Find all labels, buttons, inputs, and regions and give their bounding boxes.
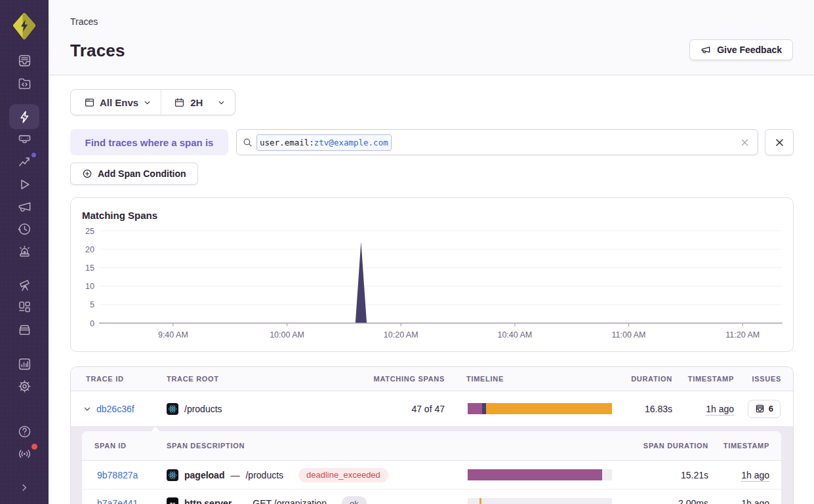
trace-issues-count: 6 <box>769 404 773 414</box>
search-token[interactable]: user.email:ztv@example.com <box>256 134 392 151</box>
collapse-trace-chevron[interactable] <box>83 404 92 414</box>
new-feature-dot <box>30 151 37 159</box>
sentry-logo[interactable] <box>12 12 37 37</box>
matching-spans-cell: 47 of 47 <box>370 404 445 414</box>
span-id-cell: b7a7e441 <box>82 498 167 504</box>
react-icon <box>168 471 177 480</box>
trace-id-link[interactable]: db26c36f <box>96 404 134 414</box>
timeline-segment <box>468 403 482 414</box>
span-search-input[interactable]: user.email:ztv@example.com <box>236 129 758 155</box>
add-span-condition-label: Add Span Condition <box>98 168 186 179</box>
time-range-filter[interactable]: 2H <box>161 90 235 115</box>
span-description-cell: ax http.server — GET /organization ok <box>167 496 468 504</box>
sidebar-item-stats[interactable] <box>9 353 39 375</box>
span-row: 9b78827a <box>82 461 781 489</box>
whats-new-alert-dot <box>30 442 39 451</box>
sidebar-item-alerts[interactable] <box>9 241 39 263</box>
chevron-right-icon <box>18 482 30 494</box>
span-desc: /products <box>245 470 283 480</box>
timeline-segment <box>468 469 602 480</box>
span-status-badge: deadline_exceeded <box>298 468 388 482</box>
svg-text:10:00 AM: 10:00 AM <box>270 330 304 339</box>
chevron-down-icon <box>83 404 92 414</box>
col-span-description: SPAN DESCRIPTION <box>167 442 468 450</box>
axum-platform-icon: ax <box>167 497 178 504</box>
give-feedback-label: Give Feedback <box>717 45 782 55</box>
span-desc: GET /organization <box>253 498 327 504</box>
sidebar-collapse-button[interactable] <box>13 476 35 499</box>
dashboards-icon <box>17 300 32 315</box>
sidebar-item-issues[interactable] <box>9 49 39 71</box>
col-duration: DURATION <box>625 375 672 383</box>
sidebar-item-insights[interactable] <box>9 128 39 150</box>
trace-timestamp-cell: 1h ago <box>672 404 734 414</box>
time-range-label: 2H <box>190 97 203 108</box>
issues-icon <box>17 53 32 68</box>
trace-table-header: TRACE ID TRACE ROOT MATCHING SPANS TIMEL… <box>71 367 793 391</box>
sidebar-item-help[interactable] <box>9 420 39 442</box>
span-id-link[interactable]: b7a7e441 <box>97 498 138 504</box>
add-span-condition-button[interactable]: Add Span Condition <box>70 163 198 185</box>
gear-icon <box>17 379 32 394</box>
telescope-icon <box>17 278 32 293</box>
axum-platform-label: ax <box>169 501 175 504</box>
chart-title: Matching Spans <box>82 210 157 221</box>
trace-id-cell: db26c36f <box>71 404 167 414</box>
window-icon <box>84 97 95 108</box>
issues-icon <box>755 404 765 414</box>
col-matching-spans: MATCHING SPANS <box>370 375 445 383</box>
trace-duration-cell: 16.83s <box>625 404 672 414</box>
sidebar-item-replays[interactable] <box>9 173 39 195</box>
sidebar-item-dashboards[interactable] <box>9 296 39 318</box>
trace-issues-button[interactable]: 6 <box>748 400 781 418</box>
sidebar-item-crons[interactable] <box>9 218 39 240</box>
clear-search-icon[interactable] <box>740 138 750 147</box>
span-id-cell: 9b78827a <box>82 470 167 480</box>
projector-icon <box>17 132 32 147</box>
sidebar-item-releases[interactable] <box>9 319 39 341</box>
span-duration-cell: 15.21s <box>625 470 708 480</box>
trace-issues-cell: 6 <box>734 400 793 418</box>
give-feedback-button[interactable]: Give Feedback <box>689 39 793 60</box>
environment-filter[interactable]: All Envs <box>71 90 161 115</box>
span-timestamp-cell: 1h ago <box>708 470 769 480</box>
sidebar-item-feedback[interactable] <box>9 195 39 218</box>
svg-text:11:20 AM: 11:20 AM <box>725 330 760 339</box>
search-icon <box>242 137 253 148</box>
span-table-header: SPAN ID SPAN DESCRIPTION SPAN DURATION T… <box>82 431 781 461</box>
span-timeline-cell <box>468 498 625 504</box>
span-status-badge: ok <box>342 496 367 504</box>
svg-text:10: 10 <box>85 282 94 291</box>
svg-text:10:20 AM: 10:20 AM <box>384 330 418 339</box>
sidebar-item-settings[interactable] <box>9 375 39 397</box>
content: All Envs 2H <box>49 75 814 504</box>
app: Traces Traces Give Feedback <box>0 0 814 504</box>
breadcrumb[interactable]: Traces <box>70 16 98 27</box>
panel-notch <box>151 427 160 432</box>
sidebar-item-whats-new[interactable] <box>9 442 39 465</box>
col-issues: ISSUES <box>734 375 793 383</box>
chevron-down-icon <box>143 98 152 107</box>
calendar-icon <box>174 97 185 108</box>
matching-spans-panel: Matching Spans 05101520259:40 AM10:00 AM… <box>70 197 794 352</box>
col-timeline: TIMELINE <box>445 375 625 383</box>
sidebar-item-traces[interactable] <box>9 104 39 129</box>
timeline-segment <box>479 498 481 504</box>
svg-text:0: 0 <box>90 319 94 328</box>
span-age: 1h ago <box>741 470 769 482</box>
span-timeline-bar <box>468 469 612 480</box>
svg-text:25: 25 <box>85 227 94 236</box>
sidebar-item-explore[interactable] <box>9 72 39 94</box>
dash: — <box>237 498 247 504</box>
sidebar-item-discover[interactable] <box>9 274 39 296</box>
search-token-key: user.email: <box>260 138 314 147</box>
close-search-button[interactable] <box>765 129 794 155</box>
megaphone-icon <box>701 45 711 55</box>
span-id-link[interactable]: 9b78827a <box>97 470 138 480</box>
environment-filter-label: All Envs <box>100 97 138 108</box>
broadcast-icon <box>17 446 32 461</box>
stats-icon <box>17 357 32 372</box>
sidebar-item-performance[interactable] <box>9 150 39 172</box>
siren-icon <box>17 244 32 260</box>
col-span-id: SPAN ID <box>82 442 167 450</box>
